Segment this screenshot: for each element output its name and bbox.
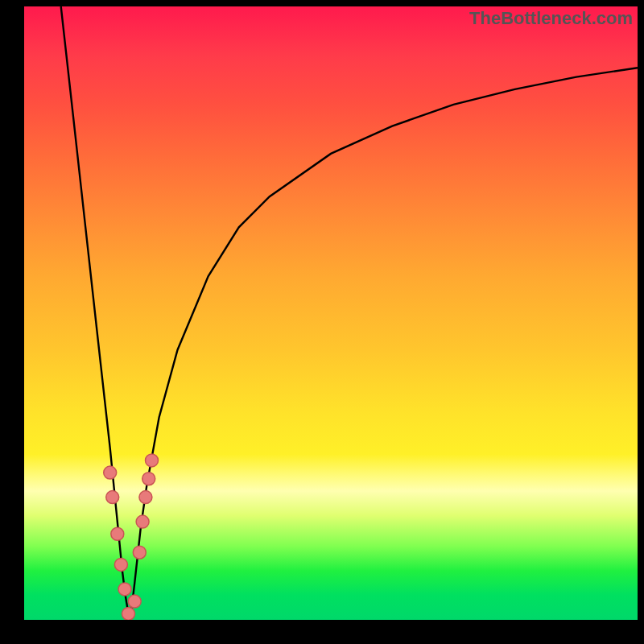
curve-right-branch bbox=[130, 68, 638, 620]
data-point-5 bbox=[122, 607, 135, 620]
data-point-4 bbox=[118, 583, 131, 596]
chart-frame: TheBottleneck.com bbox=[0, 0, 644, 644]
data-point-1 bbox=[106, 491, 119, 504]
data-point-3 bbox=[114, 558, 127, 571]
data-point-11 bbox=[146, 454, 159, 467]
plot-area: TheBottleneck.com bbox=[24, 6, 638, 620]
data-points bbox=[104, 454, 159, 620]
data-point-0 bbox=[104, 466, 117, 479]
data-point-6 bbox=[128, 595, 141, 608]
curve-layer bbox=[24, 6, 638, 620]
bottleneck-curves bbox=[61, 6, 638, 620]
data-point-7 bbox=[133, 546, 146, 559]
data-point-2 bbox=[111, 527, 124, 540]
data-point-8 bbox=[136, 515, 149, 528]
data-point-10 bbox=[142, 473, 155, 485]
data-point-9 bbox=[139, 491, 152, 504]
